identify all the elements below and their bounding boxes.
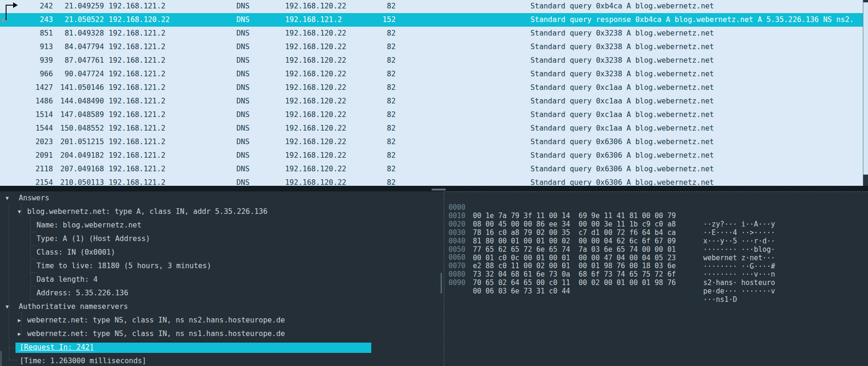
hex-row[interactable]: 0050 00 01 c0 0c 00 01 00 01 00 00 47 04… [444,237,868,245]
expander-icon[interactable]: ▼ [6,191,12,205]
packet-row[interactable]: 2023 201.051215 192.168.121.2 DNS 192.16… [0,135,863,149]
packet-info: Standard query 0xc1aa A blog.webernetz.n… [530,122,861,135]
packet-destination: 192.168.121.2 [285,13,342,27]
packet-no: 1427 [9,81,53,95]
packet-time: 207.049168 [55,162,104,176]
packet-time: 150.048552 [55,122,104,135]
details-row[interactable]: Class: IN (0x0001) [0,246,371,259]
packet-row[interactable]: 851 81.049328 192.168.121.2 DNS 192.168.… [0,27,863,40]
packet-source: 192.168.120.22 [109,13,170,27]
pane-splitter[interactable] [0,186,868,191]
hex-row[interactable]: 0010 08 00 45 00 00 86 ee 34 00 00 3e 11… [444,203,868,212]
expander-icon[interactable]: ▼ [18,205,24,219]
packet-row[interactable]: 1486 144.048490 192.168.121.2 DNS 192.16… [0,95,863,108]
packet-row[interactable]: 243 21.050522 192.168.120.22 DNS 192.168… [0,13,863,27]
expander-icon[interactable]: ▶ [18,327,24,341]
packet-protocol: DNS [236,176,250,186]
packet-row[interactable]: 966 90.047724 192.168.121.2 DNS 192.168.… [0,67,863,81]
packet-source: 192.168.121.2 [109,0,165,13]
packet-protocol: DNS [236,95,250,108]
hex-row[interactable]: 0030 81 80 00 01 00 01 00 02 00 00 04 62… [444,220,868,228]
hex-row[interactable]: 0020 78 16 c0 a8 79 02 00 35 c7 d1 00 72… [444,212,868,220]
packet-row[interactable]: 242 21.049259 192.168.121.2 DNS 192.168.… [0,0,863,13]
packet-source: 192.168.121.2 [109,40,165,54]
details-row[interactable]: Address: 5.35.226.136 [0,286,371,300]
packet-no: 243 [9,13,53,27]
details-row[interactable]: Data length: 4 [0,273,371,286]
packet-info: Standard query 0x3238 A blog.webernetz.n… [530,40,861,54]
packet-source: 192.168.121.2 [109,95,165,108]
packet-length: 82 [353,40,396,54]
scrollbar-thumb[interactable] [863,175,868,186]
packet-time: 144.048490 [55,95,104,108]
expander-icon[interactable]: ▼ [6,300,12,314]
packet-source: 192.168.121.2 [109,67,165,81]
hex-row[interactable]: 0000 00 1e 7a 79 3f 11 00 14 69 9e 11 41… [444,195,868,203]
details-left-scrollbar-thumb[interactable] [0,351,2,366]
details-row[interactable]: ▶ webernetz.net: type NS, class IN, ns n… [0,314,371,327]
details-scrollbar-thumb[interactable] [441,273,442,293]
packet-row[interactable]: 1544 150.048552 192.168.121.2 DNS 192.16… [0,122,863,135]
packet-row[interactable]: 1514 147.048589 192.168.121.2 DNS 192.16… [0,108,863,122]
packet-destination: 192.168.120.22 [285,54,346,67]
packet-info: Standard query 0x6306 A blog.webernetz.n… [530,162,861,176]
packet-list-scrollbar[interactable] [863,0,868,186]
packet-row[interactable]: 2118 207.049168 192.168.121.2 DNS 192.16… [0,162,863,176]
packet-destination: 192.168.120.22 [285,149,346,162]
packet-row[interactable]: 939 87.047761 192.168.121.2 DNS 192.168.… [0,54,863,67]
packet-protocol: DNS [236,81,250,95]
splitter-grip-icon [432,189,446,190]
packet-no: 851 [9,27,53,40]
hex-row[interactable]: 0070 73 32 04 68 61 6e 73 0a 68 6f 73 74… [444,253,868,262]
packet-destination: 192.168.120.22 [285,81,346,95]
details-row[interactable]: Time to live: 18180 (5 hours, 3 minutes) [0,259,371,273]
packet-no: 2118 [9,162,53,176]
packet-info: Standard query 0x6306 A blog.webernetz.n… [530,149,861,162]
packet-row[interactable]: 2091 204.049182 192.168.121.2 DNS 192.16… [0,149,863,162]
packet-row[interactable]: 2154 210.050113 192.168.121.2 DNS 192.16… [0,176,863,186]
packet-protocol: DNS [236,162,250,176]
details-row-label: blog.webernetz.net: type A, class IN, ad… [27,205,267,219]
packet-time: 210.050113 [55,176,104,186]
packet-no: 2023 [9,135,53,149]
packet-time: 201.051215 [55,135,104,149]
packet-row[interactable]: 913 84.047794 192.168.121.2 DNS 192.168.… [0,40,863,54]
details-row[interactable]: Name: blog.webernetz.net [0,219,371,232]
hex-offset: 0090 [449,278,465,287]
packet-no: 1544 [9,122,53,135]
packet-length: 82 [353,81,396,95]
packet-protocol: DNS [236,54,250,67]
packet-length: 82 [353,162,396,176]
details-row[interactable]: Type: A (1) (Host Address) [0,232,371,246]
packet-protocol: DNS [236,122,250,135]
details-row[interactable]: ▼ blog.webernetz.net: type A, class IN, … [0,205,371,219]
hex-row[interactable]: 0080 70 65 02 64 65 00 c0 11 00 02 00 01… [444,262,868,270]
packet-no: 2091 [9,149,53,162]
details-row-label: webernetz.net: type NS, class IN, ns ns1… [27,327,285,341]
packet-time: 141.050146 [55,81,104,95]
details-row[interactable]: ▶ webernetz.net: type NS, class IN, ns n… [0,327,371,341]
expander-icon[interactable]: ▶ [18,314,24,327]
packet-length: 82 [353,108,396,122]
packet-destination: 192.168.120.22 [285,135,346,149]
details-row[interactable]: [Time: 1.263000 milliseconds] [0,354,371,366]
packet-source: 192.168.121.2 [109,149,165,162]
packet-protocol: DNS [236,40,250,54]
details-row[interactable]: ▼ Answers [0,191,371,205]
details-row-label: Answers [19,191,49,205]
packet-row[interactable]: 1427 141.050146 192.168.121.2 DNS 192.16… [0,81,863,95]
hex-row[interactable]: 0060 e2 88 c0 11 00 02 00 01 00 01 98 76… [444,245,868,253]
scrollbar-top-cap [863,0,868,2]
packet-no: 1486 [9,95,53,108]
packet-info: Standard query 0x3238 A blog.webernetz.n… [530,67,861,81]
packet-time: 90.047724 [55,67,104,81]
details-row-label: [Time: 1.263000 milliseconds] [20,354,147,366]
packet-time: 21.050522 [55,13,104,27]
details-row[interactable]: ▼ Authoritative nameservers [0,300,371,314]
hex-row[interactable]: 0040 77 65 62 65 72 6e 65 74 7a 03 6e 65… [444,228,868,237]
packet-length: 82 [353,122,396,135]
details-row[interactable]: [Request In: 242] [0,341,371,354]
hex-row[interactable]: 0090 00 06 03 6e 73 31 c0 44 ···ns1·D [444,270,868,278]
packet-length: 82 [353,149,396,162]
packet-length: 82 [353,0,396,13]
